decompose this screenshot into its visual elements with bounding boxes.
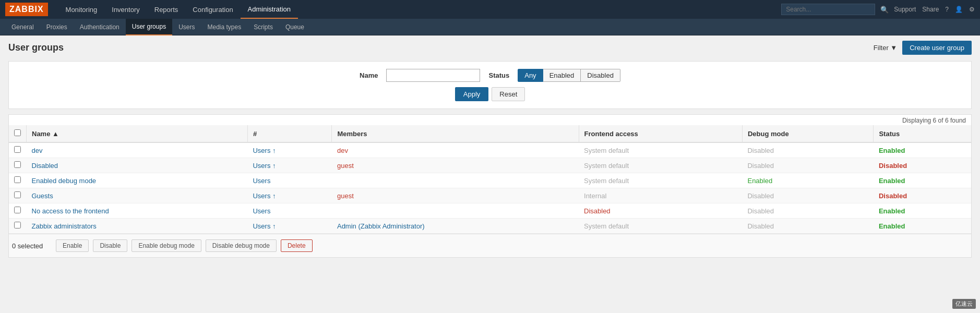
disable-debug-button[interactable]: Disable debug mode — [206, 239, 277, 252]
row-hash-link[interactable]: Users — [253, 207, 270, 215]
row-name[interactable]: Enabled debug mode — [32, 177, 97, 185]
subnav-media-types[interactable]: Media types — [201, 19, 248, 35]
selected-count: 0 selected — [12, 242, 49, 250]
top-nav-right-links: Support Share ? 👤 ⚙ — [894, 6, 975, 13]
nav-monitoring[interactable]: Monitoring — [58, 0, 105, 19]
row-name[interactable]: dev — [32, 147, 43, 154]
row-status: Disabled — [874, 158, 971, 173]
row-members-link[interactable]: dev — [337, 147, 348, 154]
profile-icon[interactable]: 👤 — [955, 6, 963, 13]
row-checkbox[interactable] — [14, 207, 21, 213]
table-body: devUsers ↑devSystem defaultDisabledEnabl… — [9, 142, 971, 234]
subnav-authentication[interactable]: Authentication — [74, 19, 126, 35]
page-header: User groups Filter ▼ Create user group — [8, 41, 972, 55]
row-hash: Users — [247, 173, 332, 188]
subnav-general[interactable]: General — [5, 19, 40, 35]
subnav-proxies[interactable]: Proxies — [40, 19, 74, 35]
search-input[interactable] — [781, 4, 875, 15]
page-title: User groups — [8, 42, 64, 53]
page-content: User groups Filter ▼ Create user group N… — [0, 35, 980, 263]
nav-administration[interactable]: Administration — [241, 0, 298, 19]
row-hash: Users ↑ — [247, 158, 332, 173]
disable-button[interactable]: Disable — [93, 239, 127, 252]
bottom-toolbar: 0 selected Enable Disable Enable debug m… — [9, 234, 971, 257]
row-checkbox[interactable] — [14, 146, 21, 153]
status-enabled-btn[interactable]: Enabled — [543, 69, 581, 82]
share-link[interactable]: Share — [922, 6, 939, 13]
row-frontend-value: System default — [584, 147, 629, 154]
displaying-row: Displaying 6 of 6 found — [9, 115, 971, 125]
row-hash: Users ↑ — [247, 219, 332, 234]
select-all-checkbox[interactable] — [14, 129, 21, 136]
row-status: Enabled — [874, 173, 971, 188]
row-checkbox[interactable] — [14, 191, 21, 198]
row-frontend-access: System default — [579, 173, 742, 188]
row-status: Enabled — [874, 203, 971, 219]
table-row: devUsers ↑devSystem defaultDisabledEnabl… — [9, 142, 971, 158]
create-user-group-button[interactable]: Create user group — [902, 41, 972, 55]
nav-configuration[interactable]: Configuration — [185, 0, 240, 19]
table-row: Enabled debug modeUsersSystem defaultEna… — [9, 173, 971, 188]
row-status-value: Disabled — [879, 192, 907, 200]
row-members-link[interactable]: guest — [337, 192, 354, 200]
row-name[interactable]: No access to the frontend — [32, 207, 109, 215]
th-debug-mode: Debug mode — [742, 125, 873, 142]
row-members — [332, 203, 579, 219]
row-debug-value: Enabled — [747, 177, 772, 185]
search-icon[interactable]: 🔍 — [880, 6, 889, 14]
row-debug-mode: Disabled — [742, 158, 873, 173]
logo[interactable]: ZABBIX — [5, 3, 48, 16]
th-name[interactable]: Name ▲ — [27, 125, 248, 142]
nav-reports[interactable]: Reports — [147, 0, 186, 19]
settings-icon[interactable]: ⚙ — [969, 6, 975, 13]
enable-button[interactable]: Enable — [56, 239, 89, 252]
row-checkbox[interactable] — [14, 161, 21, 168]
row-debug-value: Disabled — [747, 162, 774, 170]
row-hash-link[interactable]: Users ↑ — [253, 147, 276, 154]
subnav-queue[interactable]: Queue — [279, 19, 310, 35]
row-status-value: Enabled — [879, 147, 905, 154]
row-members: Admin (Zabbix Administrator) — [332, 219, 579, 234]
row-frontend-value: System default — [584, 177, 629, 185]
row-debug-value: Disabled — [747, 192, 774, 200]
top-nav-right: 🔍 Support Share ? 👤 ⚙ — [781, 4, 975, 15]
delete-button[interactable]: Delete — [281, 239, 313, 252]
row-hash-link[interactable]: Users ↑ — [253, 222, 276, 230]
row-debug-value: Disabled — [747, 222, 774, 230]
help-icon[interactable]: ? — [945, 6, 949, 13]
row-status: Enabled — [874, 142, 971, 158]
row-members-link[interactable]: Admin (Zabbix Administrator) — [337, 222, 425, 230]
th-checkbox — [9, 125, 27, 142]
row-frontend-access: Internal — [579, 188, 742, 203]
filter-name-label: Name — [360, 71, 378, 79]
row-name[interactable]: Guests — [32, 192, 53, 200]
row-name[interactable]: Disabled — [32, 162, 58, 170]
top-navbar: ZABBIX Monitoring Inventory Reports Conf… — [0, 0, 980, 19]
row-debug-value: Disabled — [747, 207, 774, 215]
row-hash-link[interactable]: Users ↑ — [253, 192, 276, 200]
enable-debug-button[interactable]: Enable debug mode — [132, 239, 201, 252]
support-link[interactable]: Support — [894, 6, 916, 13]
subnav-user-groups[interactable]: User groups — [126, 19, 172, 35]
user-groups-table: Name ▲ # Members Frontend access Debug m… — [9, 125, 971, 234]
table-header-row: Name ▲ # Members Frontend access Debug m… — [9, 125, 971, 142]
row-members-link[interactable]: guest — [337, 162, 354, 170]
row-hash-link[interactable]: Users ↑ — [253, 162, 276, 170]
apply-button[interactable]: Apply — [455, 87, 489, 101]
row-checkbox[interactable] — [14, 222, 21, 228]
status-disabled-btn[interactable]: Disabled — [581, 69, 620, 82]
row-name[interactable]: Zabbix administrators — [32, 222, 97, 230]
row-checkbox[interactable] — [14, 176, 21, 183]
reset-button[interactable]: Reset — [492, 87, 525, 101]
table-row: GuestsUsers ↑guestInternalDisabledDisabl… — [9, 188, 971, 203]
user-groups-table-container: Displaying 6 of 6 found Name ▲ # Members… — [8, 114, 972, 258]
row-hash-link[interactable]: Users — [253, 177, 270, 185]
subnav-users[interactable]: Users — [172, 19, 201, 35]
filter-name-input[interactable] — [386, 69, 480, 82]
subnav-scripts[interactable]: Scripts — [247, 19, 279, 35]
status-any-btn[interactable]: Any — [518, 69, 543, 82]
row-debug-mode: Enabled — [742, 173, 873, 188]
nav-inventory[interactable]: Inventory — [104, 0, 147, 19]
table-row: No access to the frontendUsersDisabledDi… — [9, 203, 971, 219]
filter-label[interactable]: Filter ▼ — [874, 44, 897, 52]
